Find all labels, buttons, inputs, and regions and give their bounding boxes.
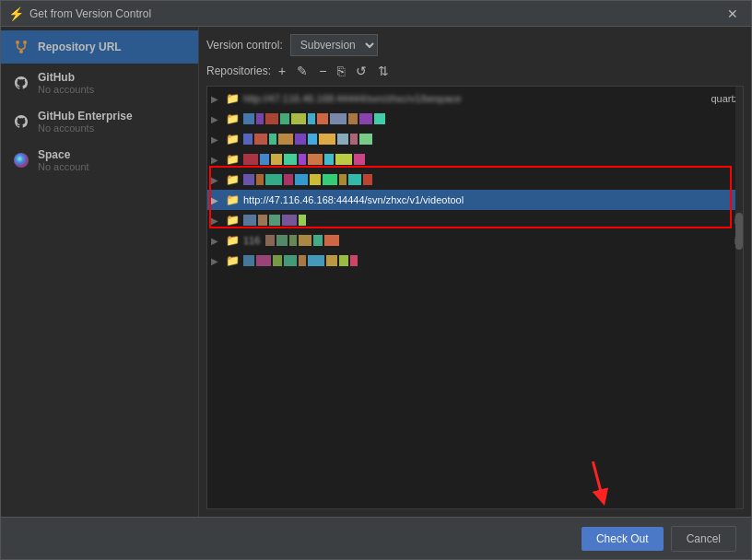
right-panel: Version control: Subversion Git Mercuria… (199, 27, 751, 517)
scrollbar-thumb[interactable] (735, 213, 743, 250)
chevron-icon: ▶ (211, 134, 222, 145)
sidebar-item-sub-space: No account (38, 161, 89, 172)
scrollbar[interactable] (735, 87, 743, 508)
close-button[interactable]: ✕ (722, 5, 744, 23)
chevron-icon: ▶ (211, 155, 222, 165)
folder-icon-selected: 📁 (226, 193, 240, 206)
list-item[interactable]: ▶ 📁 (207, 149, 743, 169)
chevron-icon: ▶ (211, 114, 222, 124)
svg-line-6 (21, 48, 25, 50)
chevron-icon: ▶ (211, 94, 222, 104)
sidebar-item-content-github: GitHub No accounts (38, 71, 94, 95)
folder-icon: 📁 (226, 92, 240, 105)
chevron-icon: ▶ (211, 175, 222, 185)
pixel-row (243, 154, 365, 165)
pixel-row (243, 215, 306, 226)
main-dialog: ⚡ Get from Version Control ✕ (0, 0, 752, 560)
list-item[interactable]: ▶ 📁 http://47.116.46.168:44444/svn/zhxc/… (207, 88, 743, 109)
cancel-button[interactable]: Cancel (671, 526, 736, 552)
copy-repo-button[interactable]: ⎘ (334, 62, 348, 80)
github-icon (12, 74, 30, 92)
list-item[interactable]: ▶ 📁 (207, 129, 743, 149)
github-enterprise-icon (12, 112, 30, 131)
sidebar-item-sub-ghe: No accounts (38, 122, 133, 134)
list-item[interactable]: ▶ 📁 116 il (207, 230, 743, 251)
sort-repos-button[interactable]: ⇅ (374, 62, 393, 80)
add-repo-button[interactable]: + (275, 62, 289, 80)
checkout-button[interactable]: Check Out (582, 527, 664, 551)
folder-icon: 📁 (226, 214, 240, 227)
chevron-icon: ▶ (211, 236, 222, 246)
sidebar-item-label-github: GitHub (38, 71, 94, 84)
folder-icon: 📁 (226, 173, 240, 186)
pixel-row (243, 113, 385, 124)
svg-line-5 (18, 48, 21, 50)
repo-url-blurred: http://47.116.46.168:44444/svn/zhxc/v1/b… (243, 93, 462, 104)
sidebar-item-content-space: Space No account (38, 148, 89, 172)
list-item[interactable]: ▶ 📁 (207, 251, 743, 271)
sidebar: Repository URL GitHub No accounts (1, 27, 199, 517)
pixel-row (243, 134, 372, 145)
folder-icon: 📁 (226, 153, 240, 166)
repo-list: ▶ 📁 http://47.116.46.168:44444/svn/zhxc/… (207, 87, 743, 273)
toolbar-row-repos: Repositories: + ✎ − ⎘ ↺ ⇅ (206, 62, 744, 80)
sidebar-item-content-repo: Repository URL (38, 41, 122, 53)
sidebar-item-label-space: Space (38, 148, 89, 161)
list-item[interactable]: ▶ 📁 (207, 109, 743, 129)
repo-list-container[interactable]: ▶ 📁 http://47.116.46.168:44444/svn/zhxc/… (206, 86, 744, 509)
version-control-label: Version control: (206, 39, 283, 52)
app-icon: ⚡ (8, 6, 24, 21)
sidebar-item-github[interactable]: GitHub No accounts (1, 64, 198, 102)
chevron-icon: ▶ (211, 195, 222, 205)
remove-repo-button[interactable]: − (315, 62, 330, 80)
svg-point-7 (14, 153, 29, 168)
pixel-row (243, 255, 358, 266)
repositories-label: Repositories: (206, 64, 271, 77)
folder-icon: 📁 (226, 234, 240, 247)
sidebar-item-label-ghe: GitHub Enterprise (38, 110, 133, 122)
pixel-row (243, 174, 372, 185)
dialog-footer: Check Out Cancel (1, 517, 751, 559)
space-icon (12, 151, 30, 169)
dialog-title: Get from Version Control (29, 7, 151, 20)
toolbar-row-version: Version control: Subversion Git Mercuria… (206, 34, 744, 56)
sidebar-item-content-ghe: GitHub Enterprise No accounts (38, 110, 133, 134)
refresh-repos-button[interactable]: ↺ (352, 62, 370, 80)
list-item-selected[interactable]: ▶ 📁 http://47.116.46.168:44444/svn/zhxc/… (207, 190, 743, 210)
list-item[interactable]: ▶ 📁 (207, 169, 743, 190)
sidebar-item-space[interactable]: Space No account (1, 141, 198, 180)
sidebar-item-sub-github: No accounts (38, 84, 94, 95)
folder-icon: 📁 (226, 112, 240, 125)
svg-point-0 (16, 41, 19, 44)
sidebar-item-repository-url[interactable]: Repository URL (1, 30, 198, 64)
edit-repo-button[interactable]: ✎ (293, 62, 311, 80)
repo-url-text: http://47.116.46.168:44444/svn/zhxc/v1/v… (243, 194, 464, 205)
folder-icon: 📁 (226, 133, 240, 146)
pixel-row: 116 (243, 235, 339, 246)
chevron-icon: ▶ (211, 216, 222, 226)
version-control-select[interactable]: Subversion Git Mercurial (290, 34, 378, 56)
title-bar: ⚡ Get from Version Control ✕ (1, 1, 751, 27)
fork-icon (12, 38, 30, 56)
sidebar-item-github-enterprise[interactable]: GitHub Enterprise No accounts (1, 102, 198, 141)
chevron-icon: ▶ (211, 256, 222, 266)
svg-point-1 (23, 41, 27, 44)
svg-point-2 (19, 50, 23, 53)
main-content: Repository URL GitHub No accounts (1, 27, 751, 517)
list-item[interactable]: ▶ 📁 il (207, 210, 743, 230)
sidebar-item-label-repo: Repository URL (38, 41, 122, 53)
folder-icon: 📁 (226, 254, 240, 267)
title-bar-left: ⚡ Get from Version Control (8, 6, 151, 21)
